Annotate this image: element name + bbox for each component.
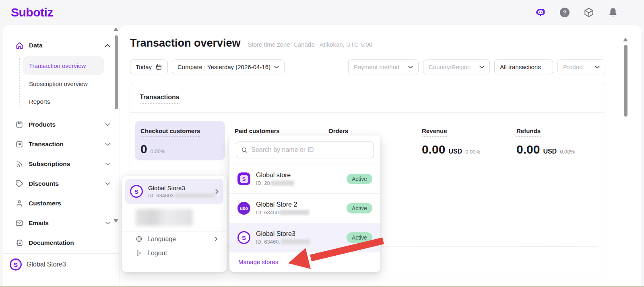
filter-bar: Today Compare : Yesterday (2026-04-16) P… (130, 59, 605, 74)
assistant-bot-icon[interactable] (535, 7, 546, 18)
store-search-input[interactable] (251, 146, 369, 154)
store-row-global-store-3[interactable]: S Global Store3 ID: 63460. Active (229, 223, 380, 252)
status-badge: Active (347, 232, 372, 243)
chevron-down-icon (479, 66, 484, 69)
sidebar-item-subscription-overview[interactable]: Subscription overview (29, 78, 88, 89)
metric-label: Revenue (422, 127, 447, 137)
manage-stores-link[interactable]: Manage stores (238, 258, 278, 265)
sidebar-item-data[interactable]: Data (15, 40, 110, 51)
product-select[interactable]: Product (557, 59, 605, 74)
user-menu-popup: S Global Store3 ID: 634603 Language Logo… (122, 176, 227, 272)
store-row-global-store[interactable]: S Global store ID: 28 Active (229, 164, 380, 194)
document-icon (15, 239, 23, 247)
page-header: Transaction overview Store time zone: Ca… (130, 37, 372, 49)
sidebar-item-transaction-overview[interactable]: Transaction overview (23, 56, 104, 75)
compare-button[interactable]: Compare : Yesterday (2026-04-16) (172, 59, 285, 74)
status-badge: Active (347, 203, 372, 213)
sidebar-footer-divider (3, 253, 119, 254)
metric-currency: USD (543, 148, 557, 155)
metric-value: 0 (140, 142, 147, 156)
sidebar-item-products[interactable]: Products (15, 119, 110, 130)
payment-method-label: Payment method (354, 64, 399, 70)
logout-icon (136, 250, 142, 256)
calendar-icon (155, 64, 162, 70)
country-region-select[interactable]: Country/Region (423, 59, 490, 74)
chevron-down-icon (105, 182, 110, 185)
sidebar-item-label: Subscription overview (29, 80, 88, 87)
redacted-id (279, 210, 309, 215)
status-badge: Active (347, 174, 372, 184)
package-icon[interactable] (583, 7, 594, 18)
svg-text:?: ? (563, 9, 566, 16)
sidebar-scroll-up-arrow[interactable] (114, 27, 118, 31)
compare-label: Compare : Yesterday (2026-04-16) (178, 64, 270, 70)
chevron-right-icon (215, 189, 219, 194)
timezone-note: Store time zone: Canada - Atikokan, UTC-… (248, 41, 372, 48)
home-icon (15, 41, 24, 50)
main-scrollbar-thumb[interactable] (624, 45, 627, 117)
metric-label: Refunds (516, 127, 541, 137)
store-name: Global Store3 (148, 184, 215, 191)
sidebar-item-emails[interactable]: Emails (15, 217, 110, 229)
metric-currency: USD (448, 148, 462, 155)
mail-icon (15, 219, 23, 227)
search-icon (241, 147, 248, 153)
store-avatar: S (130, 185, 143, 198)
sidebar-scrollbar-thumb[interactable] (115, 35, 118, 109)
notifications-bell-icon[interactable] (607, 7, 618, 18)
sidebar-item-label: Documentation (29, 239, 74, 246)
store-id: ID: 63460. (256, 239, 280, 245)
metric-delta: 0.00% (465, 149, 480, 155)
tab-transactions[interactable]: Transactions (140, 94, 180, 104)
rss-icon (15, 160, 23, 168)
sidebar-item-label: Emails (29, 219, 49, 227)
transaction-type-label: All transactions (500, 64, 541, 70)
store-avatar: S (10, 258, 22, 271)
chevron-down-icon (105, 123, 110, 126)
store-name: Global Store 2 (256, 201, 309, 208)
sidebar-item-reports[interactable]: Reports (29, 96, 50, 107)
sidebar-item-discounts[interactable]: Discounts (15, 178, 110, 189)
date-range-button[interactable]: Today (130, 59, 168, 74)
chevron-down-icon (105, 221, 110, 225)
globe-icon (136, 236, 142, 242)
metric-checkout-customers[interactable]: Checkout customers 0 0.00% (135, 121, 225, 160)
metric-revenue[interactable]: Revenue 0.00 USD 0.00% (422, 127, 480, 156)
menu-item-logout[interactable]: Logout (122, 246, 227, 260)
redacted-id (271, 180, 294, 186)
main-scroll-up-arrow[interactable] (623, 38, 628, 41)
app-logo[interactable]: Subotiz (11, 6, 53, 19)
menu-item-language[interactable]: Language (122, 232, 227, 246)
metric-refunds[interactable]: Refunds 0.00 USD 0.00% (516, 127, 575, 156)
sidebar-store-account[interactable]: S Global Store3 (10, 258, 66, 271)
sidebar-item-label: Data (29, 42, 43, 49)
redacted-id (281, 239, 310, 244)
payment-method-select[interactable]: Payment method (348, 59, 419, 74)
tag-icon (15, 180, 23, 188)
store-id: ID: 28 (256, 180, 270, 186)
sidebar-item-documentation[interactable]: Documentation (15, 237, 110, 248)
store-switcher-popup: S Global store ID: 28 Active ubo Global … (229, 135, 380, 272)
store-row-global-store-2[interactable]: ubo Global Store 2 ID: 63450 Active (229, 194, 380, 223)
sidebar-item-label: Products (29, 121, 56, 128)
help-icon[interactable]: ? (559, 7, 570, 18)
chevron-right-icon (215, 236, 218, 242)
current-store-chip[interactable]: S Global Store3 ID: 634603 (125, 179, 223, 204)
topbar: Subotiz ? (0, 0, 644, 25)
store-name: Global Store3 (27, 261, 66, 268)
sidebar-item-customers[interactable]: Customers (15, 198, 110, 209)
sidebar-scroll-down-arrow[interactable] (114, 219, 118, 223)
sidebar-item-label: Transaction overview (29, 62, 86, 69)
sidebar-item-subscriptions[interactable]: Subscriptions (15, 158, 110, 170)
sidebar-item-label: Transaction (29, 141, 64, 148)
date-range-label: Today (136, 64, 152, 70)
right-filters: Payment method Country/Region All transa… (348, 59, 605, 74)
sidebar: Data Transaction overview Subscription o… (3, 25, 119, 287)
chevron-down-icon (595, 66, 600, 69)
chevron-down-icon (105, 143, 110, 146)
sidebar-item-transaction[interactable]: Transaction (15, 139, 110, 150)
user-icon (15, 199, 23, 207)
redacted-id (175, 193, 215, 198)
transaction-type-select[interactable]: All transactions (494, 59, 553, 74)
card-divider (130, 112, 605, 113)
